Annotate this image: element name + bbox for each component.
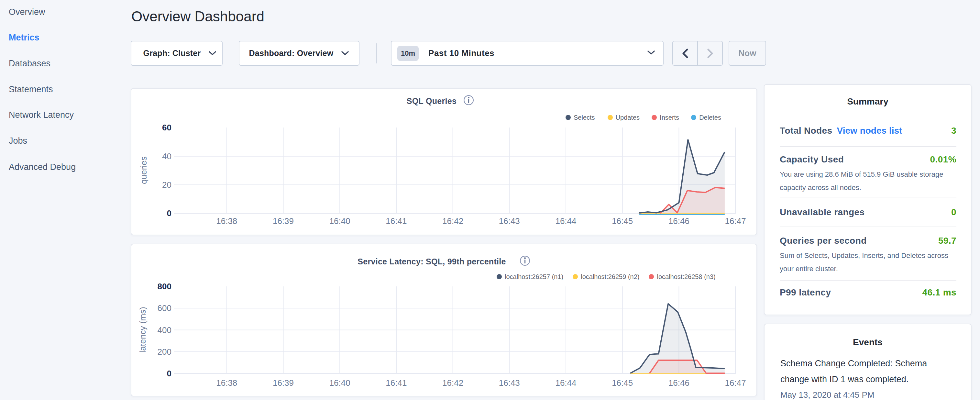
svg-text:16:38: 16:38 (216, 378, 237, 388)
svg-text:16:41: 16:41 (386, 216, 407, 226)
svg-text:16:38: 16:38 (216, 216, 237, 226)
svg-text:16:47: 16:47 (725, 378, 746, 388)
svg-text:16:46: 16:46 (668, 216, 689, 226)
svg-text:16:39: 16:39 (273, 216, 294, 226)
svg-text:200: 200 (158, 347, 172, 357)
svg-text:16:42: 16:42 (442, 216, 463, 226)
svg-text:latency (ms): latency (ms) (138, 307, 148, 353)
svg-text:16:44: 16:44 (555, 378, 576, 388)
svg-text:16:43: 16:43 (499, 378, 520, 388)
svg-text:20: 20 (162, 180, 172, 190)
svg-text:16:40: 16:40 (329, 216, 350, 226)
svg-text:40: 40 (162, 151, 172, 161)
svg-text:16:43: 16:43 (499, 216, 520, 226)
svg-text:16:42: 16:42 (442, 378, 463, 388)
svg-text:16:45: 16:45 (612, 216, 633, 226)
svg-text:16:40: 16:40 (329, 378, 350, 388)
svg-text:16:41: 16:41 (386, 378, 407, 388)
svg-text:16:44: 16:44 (555, 216, 576, 226)
svg-text:60: 60 (162, 123, 172, 132)
svg-text:0: 0 (167, 209, 172, 218)
svg-text:400: 400 (158, 325, 172, 335)
svg-text:800: 800 (158, 282, 172, 291)
svg-text:600: 600 (158, 303, 172, 313)
svg-text:16:39: 16:39 (273, 378, 294, 388)
svg-text:0: 0 (167, 369, 172, 378)
svg-text:16:46: 16:46 (668, 378, 689, 388)
svg-text:queries: queries (139, 156, 148, 184)
svg-text:16:47: 16:47 (725, 216, 746, 226)
svg-text:16:45: 16:45 (612, 378, 633, 388)
